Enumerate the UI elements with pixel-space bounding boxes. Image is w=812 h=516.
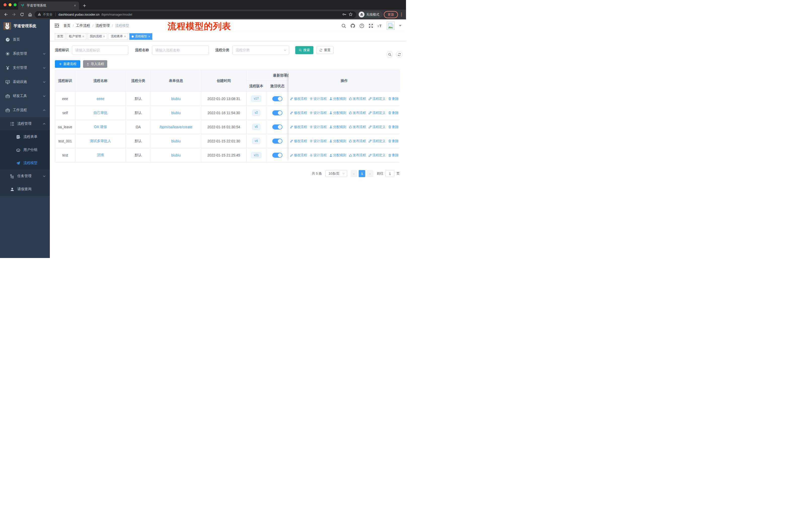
show-search-icon[interactable] bbox=[386, 51, 393, 58]
version-tag[interactable]: v4 bbox=[252, 138, 261, 144]
minimize-window-button[interactable] bbox=[8, 3, 11, 6]
version-tag[interactable]: v2 bbox=[252, 110, 261, 115]
modify-process-link[interactable]: 修改流程 bbox=[290, 153, 307, 158]
browser-menu-icon[interactable] bbox=[400, 12, 404, 17]
form-info-link[interactable]: biubiu bbox=[171, 111, 180, 115]
modify-process-link[interactable]: 修改流程 bbox=[290, 111, 307, 115]
sidebar-item-system-management[interactable]: 系统管理 bbox=[0, 47, 50, 61]
forward-icon[interactable] bbox=[10, 11, 17, 18]
tag-close-icon[interactable]: × bbox=[103, 35, 105, 38]
process-name-link[interactable]: OA 请假 bbox=[94, 125, 107, 129]
process-name-input[interactable] bbox=[152, 46, 209, 55]
publish-process-link[interactable]: 发布流程 bbox=[349, 125, 366, 129]
update-button[interactable]: 更新 bbox=[384, 11, 398, 18]
process-definition-link[interactable]: 流程定义 bbox=[369, 139, 386, 143]
close-window-button[interactable] bbox=[3, 3, 6, 6]
process-key-input[interactable] bbox=[72, 46, 128, 55]
tag-close-icon[interactable]: × bbox=[124, 35, 126, 38]
active-toggle[interactable] bbox=[272, 139, 283, 144]
next-page-button[interactable]: › bbox=[367, 170, 373, 177]
delete-link[interactable]: 删除 bbox=[388, 139, 399, 143]
tag-close-icon[interactable]: × bbox=[148, 35, 150, 38]
sidebar-item-process-management[interactable]: 流程管理 bbox=[0, 117, 50, 130]
breadcrumb-item[interactable]: 工作流程 bbox=[76, 23, 90, 28]
modify-process-link[interactable]: 修改流程 bbox=[290, 139, 307, 143]
sidebar-item-workflow[interactable]: 工作流程 bbox=[0, 103, 50, 117]
form-info-link[interactable]: biubiu bbox=[171, 139, 180, 143]
publish-process-link[interactable]: 发布流程 bbox=[349, 139, 366, 143]
version-tag[interactable]: v17 bbox=[251, 96, 261, 101]
sidebar-item-process-model[interactable]: 流程模型 bbox=[0, 157, 50, 169]
form-info-link[interactable]: biubiu bbox=[171, 153, 180, 157]
sidebar-item-task-management[interactable]: 任务管理 bbox=[0, 169, 50, 183]
version-tag[interactable]: v21 bbox=[251, 153, 261, 158]
home-icon[interactable] bbox=[27, 11, 33, 18]
design-process-link[interactable]: 设计流程 bbox=[310, 125, 327, 129]
active-toggle[interactable] bbox=[272, 153, 283, 158]
zoom-window-button[interactable] bbox=[13, 3, 17, 6]
sidebar-item-process-form[interactable]: 流程表单 bbox=[0, 130, 50, 143]
browser-tab[interactable]: 芋道管理系统 × bbox=[18, 1, 79, 9]
active-toggle[interactable] bbox=[272, 96, 283, 101]
publish-process-link[interactable]: 发布流程 bbox=[349, 111, 366, 115]
sidebar-item-payment-management[interactable]: 支付管理 bbox=[0, 61, 50, 75]
design-process-link[interactable]: 设计流程 bbox=[310, 97, 327, 101]
process-definition-link[interactable]: 流程定义 bbox=[369, 97, 386, 101]
user-avatar[interactable] bbox=[387, 22, 395, 30]
modify-process-link[interactable]: 修改流程 bbox=[290, 125, 307, 129]
design-process-link[interactable]: 设计流程 bbox=[310, 111, 327, 115]
tab-process-form[interactable]: 流程表单 × bbox=[109, 33, 128, 40]
chevron-down-icon[interactable] bbox=[399, 25, 402, 26]
delete-link[interactable]: 删除 bbox=[388, 111, 399, 115]
process-name-link[interactable]: eeee bbox=[96, 97, 104, 101]
design-process-link[interactable]: 设计流程 bbox=[310, 153, 327, 158]
delete-link[interactable]: 删除 bbox=[388, 125, 399, 129]
create-process-button[interactable]: 新建流程 bbox=[55, 60, 80, 68]
refresh-icon[interactable] bbox=[396, 51, 403, 58]
form-info-link[interactable]: /bpm/oa/leave/create bbox=[160, 125, 193, 129]
process-definition-link[interactable]: 流程定义 bbox=[369, 111, 386, 115]
sidebar-item-user-group[interactable]: 用户分组 bbox=[0, 143, 50, 157]
form-info-link[interactable]: biubiu bbox=[171, 97, 180, 101]
tab-process-model[interactable]: 流程模型 × bbox=[129, 33, 152, 40]
modify-process-link[interactable]: 修改流程 bbox=[290, 97, 307, 101]
sidebar-item-dev-tools[interactable]: 研发工具 bbox=[0, 89, 50, 103]
page-1-button[interactable]: 1 bbox=[359, 170, 365, 177]
goto-page-input[interactable] bbox=[385, 170, 395, 177]
category-select[interactable]: 流程分类 bbox=[232, 46, 289, 55]
active-toggle[interactable] bbox=[272, 125, 283, 130]
help-icon[interactable]: ? bbox=[359, 23, 364, 28]
delete-link[interactable]: 删除 bbox=[388, 153, 399, 158]
breadcrumb-item[interactable]: 首页 bbox=[63, 23, 70, 28]
design-process-link[interactable]: 设计流程 bbox=[310, 139, 327, 143]
tag-close-icon[interactable]: × bbox=[82, 35, 84, 38]
back-icon[interactable] bbox=[2, 11, 9, 18]
assign-rules-link[interactable]: 分配规则 bbox=[329, 97, 346, 101]
font-size-icon[interactable]: TT bbox=[378, 23, 382, 28]
reload-icon[interactable] bbox=[19, 11, 25, 18]
github-icon[interactable] bbox=[350, 23, 355, 28]
publish-process-link[interactable]: 发布流程 bbox=[349, 97, 366, 101]
new-tab-button[interactable] bbox=[81, 2, 88, 9]
delete-link[interactable]: 删除 bbox=[388, 97, 399, 101]
url-input[interactable]: 不安全 dashboard.yudao.iocoder.cn/bpm/manag… bbox=[35, 11, 356, 18]
assign-rules-link[interactable]: 分配规则 bbox=[329, 125, 346, 129]
tab-home[interactable]: 首页 bbox=[55, 33, 65, 40]
sidebar-item-leave-query[interactable]: 请假查询 bbox=[0, 183, 50, 196]
version-tag[interactable]: v5 bbox=[252, 124, 261, 130]
bookmark-star-icon[interactable] bbox=[349, 12, 353, 17]
prev-page-button[interactable]: ‹ bbox=[351, 170, 357, 177]
key-icon[interactable] bbox=[342, 12, 347, 17]
active-toggle[interactable] bbox=[272, 110, 283, 115]
page-size-select[interactable]: 10条/页 bbox=[325, 170, 347, 177]
tab-close-icon[interactable]: × bbox=[74, 3, 77, 7]
fullscreen-icon[interactable] bbox=[369, 23, 373, 28]
breadcrumb-item[interactable]: 流程管理 bbox=[96, 23, 110, 28]
collapse-sidebar-icon[interactable] bbox=[54, 23, 59, 28]
search-icon[interactable] bbox=[341, 23, 346, 28]
assign-rules-link[interactable]: 分配规则 bbox=[329, 139, 346, 143]
assign-rules-link[interactable]: 分配规则 bbox=[329, 153, 346, 158]
tab-my-process[interactable]: 我的流程 × bbox=[88, 33, 107, 40]
sidebar-item-infrastructure[interactable]: 基础设施 bbox=[0, 75, 50, 89]
process-definition-link[interactable]: 流程定义 bbox=[369, 125, 386, 129]
